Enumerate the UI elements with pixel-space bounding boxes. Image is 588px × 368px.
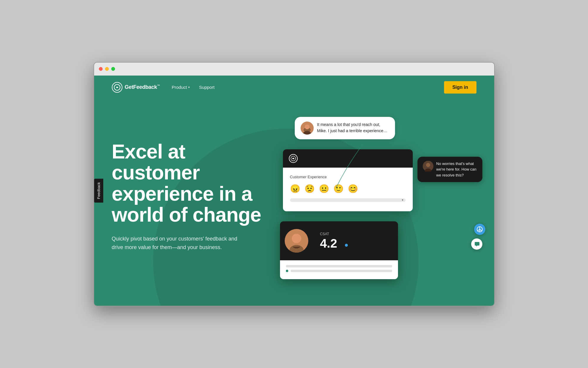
svg-line-17 [480, 229, 482, 231]
svg-point-12 [292, 234, 301, 243]
emoji-2[interactable]: 😟 [304, 184, 315, 194]
csat-bar-2 [286, 270, 392, 272]
chat-icon [471, 238, 482, 250]
dropdown-arrow-icon: ▾ [402, 198, 403, 202]
emoji-4[interactable]: 🙂 [333, 184, 344, 194]
emoji-rating-row[interactable]: 😠 😟 😐 🙂 😊 [290, 184, 406, 194]
chevron-down-icon: ▾ [188, 86, 190, 89]
browser-window: GetFeedback™ Product ▾ Support Sign in [94, 62, 495, 306]
svg-point-3 [305, 125, 309, 129]
feedback-tab[interactable]: Feedback [94, 179, 103, 202]
hero-subtext: Quickly pivot based on your customers' f… [112, 235, 242, 252]
survey-card: Customer Experience 😠 😟 😐 🙂 😊 ▾ [283, 168, 413, 211]
logo-text: GetFeedback™ [125, 84, 160, 90]
nav-support[interactable]: Support [199, 85, 215, 90]
csat-info: CSAT 4.2 [313, 226, 393, 256]
survey-label: Customer Experience [290, 175, 406, 179]
close-button[interactable] [99, 67, 103, 71]
page-content: GetFeedback™ Product ▾ Support Sign in [94, 76, 494, 306]
logo-icon [112, 82, 122, 93]
svg-point-7 [426, 163, 430, 167]
agent-avatar [423, 161, 433, 171]
blue-connector-dot [345, 244, 348, 247]
hero-heading: Excel at customer experience in a world … [112, 141, 277, 225]
csat-score: 4.2 [320, 237, 386, 250]
user-chat-bubble: It means a lot that you'd reach out, Mik… [295, 117, 395, 139]
user-bubble-text: It means a lot that you'd reach out, Mik… [317, 122, 389, 134]
emoji-3[interactable]: 😐 [319, 184, 329, 194]
survey-dropdown[interactable]: ▾ [290, 198, 406, 202]
csat-card: CSAT 4.2 [280, 221, 398, 279]
minimize-button[interactable] [105, 67, 109, 71]
hero-illustration: It means a lot that you'd reach out, Mik… [277, 111, 476, 282]
csat-bottom-section [280, 260, 398, 279]
agent-chat-bubble: No worries that's what we're here for. H… [417, 157, 482, 182]
sign-in-button[interactable]: Sign in [444, 81, 476, 94]
nav-links: Product ▾ Support [172, 85, 444, 90]
widget-logo-icon [289, 154, 298, 163]
csat-dark-section: CSAT 4.2 [280, 221, 398, 260]
hero-section: Excel at customer experience in a world … [94, 99, 494, 300]
emoji-5[interactable]: 😊 [348, 184, 358, 194]
svg-line-16 [477, 229, 480, 231]
csat-label: CSAT [320, 232, 386, 236]
logo-area[interactable]: GetFeedback™ [112, 82, 160, 93]
navigation: GetFeedback™ Product ▾ Support Sign in [94, 76, 494, 99]
browser-chrome [94, 63, 494, 76]
csat-avatar [285, 229, 308, 253]
maximize-button[interactable] [111, 67, 115, 71]
csat-bar-1 [286, 265, 392, 267]
widget-header [283, 149, 413, 168]
peace-icon [474, 224, 485, 235]
emoji-1[interactable]: 😠 [290, 184, 300, 194]
nav-cta: Sign in [444, 81, 476, 94]
agent-bubble-text: No worries that's what we're here for. H… [436, 161, 477, 178]
main-widget: Customer Experience 😠 😟 😐 🙂 😊 ▾ [283, 149, 413, 211]
nav-product[interactable]: Product ▾ [172, 85, 190, 90]
user-avatar [301, 122, 314, 135]
hero-copy: Excel at customer experience in a world … [112, 141, 277, 252]
